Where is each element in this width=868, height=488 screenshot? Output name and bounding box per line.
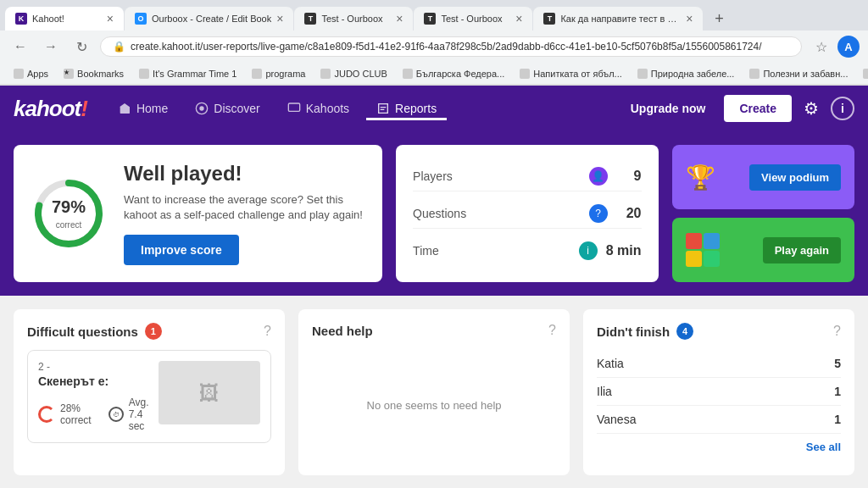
zvuk-favicon — [863, 69, 868, 79]
bookmark-bookmarks[interactable]: ★ Bookmarks — [58, 67, 129, 80]
bookmark-polezni-label: Полезни и забавн... — [763, 69, 848, 79]
tab-powerpoint[interactable]: T Как да направите тест в Powe... × — [533, 7, 703, 30]
svg-rect-1 — [288, 103, 299, 111]
didnt-finish-title: Didn't finish — [597, 324, 670, 339]
podium-card[interactable]: 🏆 View podium — [672, 145, 855, 209]
settings-icon[interactable]: ⚙ — [798, 93, 824, 124]
bookmark-prirodna-label: Природна забеле... — [651, 69, 735, 79]
didnt-finish-count-badge: 4 — [676, 323, 693, 340]
tab-test-ourboox-1[interactable]: T Test - Ourboox × — [294, 7, 413, 30]
bookmark-bg-fed-label: Българска Федера... — [416, 69, 504, 79]
forward-button[interactable]: → — [39, 35, 63, 58]
stat-questions: Questions ? 20 — [413, 199, 641, 229]
need-help-icon[interactable]: ? — [548, 323, 556, 338]
didnt-finish-panel: Didn't finish 4 ? Katia 5 Ilia 1 Vanesa … — [583, 309, 854, 475]
questions-icon: ? — [589, 204, 608, 223]
tab-close-2[interactable]: × — [276, 12, 283, 25]
secure-icon: 🔒 — [113, 41, 125, 53]
stats-card: Players 👤 9 Questions ? 20 Time i 8 min — [396, 145, 658, 282]
nav-home[interactable]: Home — [108, 97, 178, 120]
url-bar[interactable]: 🔒 create.kahoot.it/user-reports/live-gam… — [100, 36, 802, 57]
player-vanesa-name: Vanesa — [597, 413, 834, 426]
bookmarks-bar: Apps ★ Bookmarks It's Grammar Time 1 pro… — [0, 63, 868, 85]
tab-title-3: Test - Ourboox — [321, 14, 391, 24]
tab-close-3[interactable]: × — [396, 12, 403, 25]
play-again-card[interactable]: Play again — [672, 218, 855, 282]
tab-favicon-5: T — [543, 13, 555, 25]
question-content: 2 - Скенерът е: 28% correct ⏱ Avg. 7.4 s… — [38, 361, 148, 432]
see-all-link[interactable]: See all — [597, 441, 841, 453]
nav-discover[interactable]: Discover — [185, 97, 270, 120]
players-value: 9 — [616, 169, 642, 184]
play-again-icon — [686, 233, 720, 267]
score-title: Well played! — [124, 162, 365, 186]
profile-button[interactable]: A — [837, 36, 860, 58]
time-value: 8 min — [606, 243, 642, 258]
nav-reports-label: Reports — [395, 102, 437, 115]
question-image: 🖼 — [159, 361, 260, 424]
difficult-count-badge: 1 — [145, 323, 162, 340]
bookmark-bookmarks-label: Bookmarks — [77, 69, 124, 79]
bookmark-judo[interactable]: JUDO CLUB — [315, 67, 392, 80]
shape-red — [686, 233, 702, 249]
didnt-finish-help-icon[interactable]: ? — [833, 324, 841, 339]
info-button[interactable]: i — [831, 97, 854, 120]
bookmark-napitka[interactable]: Напитката от ябъл... — [515, 67, 627, 80]
circle-text: 79% correct — [52, 197, 86, 230]
tab-title-1: Kahoot! — [32, 14, 102, 24]
tab-title-4: Test - Ourboox — [441, 14, 510, 24]
bookmark-zvuk[interactable]: Звук в презентаци... — [858, 67, 868, 80]
judo-favicon — [320, 69, 331, 79]
correct-pct-label: 28% correct — [60, 402, 92, 426]
bookmark-bg-fed[interactable]: Българска Федера... — [398, 67, 509, 80]
tab-favicon-3: T — [304, 13, 316, 25]
reload-button[interactable]: ↻ — [70, 35, 93, 58]
tab-close-5[interactable]: × — [686, 12, 693, 25]
new-tab-button[interactable]: + — [707, 7, 731, 30]
tab-bar: K Kahoot! × O Ourboox - Create / Edit Bo… — [0, 0, 868, 30]
upgrade-button[interactable]: Upgrade now — [619, 97, 718, 120]
score-percentage: 79% — [52, 197, 86, 217]
nav-discover-label: Discover — [214, 102, 259, 115]
bookmark-programa[interactable]: programa — [247, 67, 310, 80]
tab-close-1[interactable]: × — [107, 12, 114, 25]
napitka-favicon — [520, 69, 530, 79]
tab-favicon-2: O — [135, 13, 147, 25]
difficult-questions-panel: Difficult questions 1 ? 2 - Скенерът е: … — [14, 309, 285, 475]
tab-close-4[interactable]: × — [515, 12, 522, 25]
tab-ourboox-edit[interactable]: O Ourboox - Create / Edit Book × — [125, 7, 293, 30]
bookmark-prirodna[interactable]: Природна забеле... — [632, 67, 740, 80]
back-button[interactable]: ← — [8, 35, 32, 58]
question-item: 2 - Скенерът е: 28% correct ⏱ Avg. 7.4 s… — [27, 350, 271, 443]
bookmark-judo-label: JUDO CLUB — [334, 69, 387, 79]
tab-kahoot[interactable]: K Kahoot! × — [5, 7, 124, 30]
bookmark-grammar[interactable]: It's Grammar Time 1 — [134, 67, 242, 80]
bookmark-apps[interactable]: Apps — [8, 67, 53, 80]
correct-circle-icon — [38, 406, 55, 423]
bookmark-star-button[interactable]: ☆ — [815, 39, 827, 55]
tab-test-ourboox-2[interactable]: T Test - Ourboox × — [414, 7, 532, 30]
improve-score-button[interactable]: Improve score — [124, 235, 239, 265]
difficult-help-icon[interactable]: ? — [264, 324, 271, 339]
time-circle-icon: ⏱ — [108, 407, 124, 422]
bookmark-polezni[interactable]: Полезни и забавн... — [744, 67, 853, 80]
apps-favicon — [14, 69, 24, 79]
no-help-message: No one seems to need help — [312, 348, 556, 462]
create-button[interactable]: Create — [724, 95, 792, 122]
need-help-title: Need help — [312, 324, 373, 338]
question-time: ⏱ Avg. 7.4 sec — [108, 396, 149, 432]
nav-kahoots[interactable]: Kahoots — [277, 97, 359, 120]
time-label: Time — [413, 244, 570, 258]
nav-reports[interactable]: Reports — [366, 97, 447, 120]
nav-home-label: Home — [136, 102, 168, 115]
url-text: create.kahoot.it/user-reports/live-game/… — [131, 41, 762, 53]
polezni-favicon — [749, 69, 760, 79]
question-number: 2 - — [38, 361, 148, 373]
player-katia-score: 5 — [834, 357, 841, 370]
score-circle: 79% correct — [31, 175, 107, 252]
view-podium-button[interactable]: View podium — [749, 164, 841, 191]
avg-time-label: Avg. 7.4 sec — [129, 396, 149, 432]
play-again-button[interactable]: Play again — [763, 237, 841, 263]
score-card: 79% correct Well played! Want to increas… — [14, 145, 382, 282]
bookmark-napitka-label: Напитката от ябъл... — [533, 69, 622, 79]
